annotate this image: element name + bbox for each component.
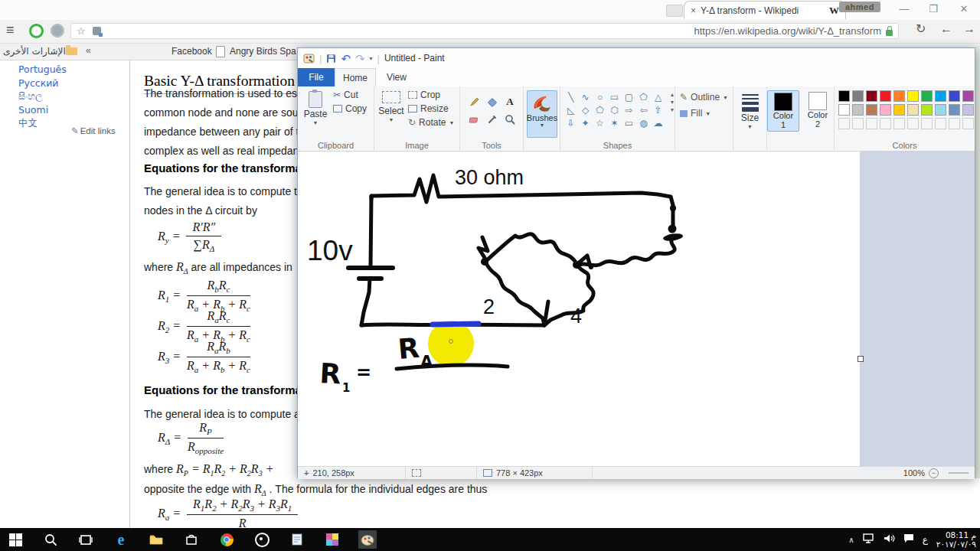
line-shape-icon[interactable]: ╲ — [564, 90, 578, 103]
menu-icon[interactable]: ≡ — [6, 23, 15, 37]
color-swatch[interactable] — [921, 104, 933, 116]
resize-button[interactable]: Resize — [408, 103, 454, 114]
rounded-rectangle-shape-icon[interactable]: ▢ — [622, 90, 636, 103]
color-picker-tool-icon[interactable] — [485, 112, 500, 127]
back-icon[interactable]: ← — [940, 23, 952, 35]
language-link[interactable]: 中文 — [18, 116, 67, 130]
oval-callout-shape-icon[interactable]: ◍ — [636, 116, 651, 129]
empty-color-slot[interactable] — [852, 118, 864, 129]
polygon-shape-icon[interactable]: ⬠ — [636, 90, 651, 103]
zoom-out-icon[interactable]: − — [929, 468, 939, 478]
address-bar[interactable]: ☆ https://en.wikipedia.org/wiki/Y-Δ_tran… — [70, 23, 899, 39]
color-swatch[interactable] — [852, 90, 864, 102]
empty-color-slot[interactable] — [866, 118, 877, 129]
new-tab-button[interactable] — [666, 5, 683, 17]
color-swatch[interactable] — [949, 90, 960, 102]
bookmarks-overflow-chevron[interactable]: « — [86, 45, 91, 56]
right-arrow-shape-icon[interactable]: ⇨ — [622, 103, 636, 116]
rotate-button[interactable]: ↻Rotate▼ — [408, 117, 454, 128]
close-button[interactable]: ✕ — [954, 3, 974, 15]
tab-file[interactable]: File — [298, 68, 335, 86]
color-swatch[interactable] — [949, 104, 960, 116]
undo-icon[interactable]: ↶ — [341, 53, 351, 64]
save-icon[interactable] — [326, 54, 336, 64]
redo-icon[interactable]: ↷ — [355, 53, 365, 64]
paint-taskbar-icon[interactable] — [358, 530, 377, 549]
bookmark-facebook[interactable]: Facebook — [172, 46, 212, 57]
taskbar-clock[interactable]: 08:11 م ٢٠١٧/٠٧/٠٩ — [936, 530, 976, 549]
cut-button[interactable]: ✂Cut — [333, 90, 367, 100]
color-swatch[interactable] — [907, 90, 919, 102]
up-arrow-shape-icon[interactable]: ⇧ — [651, 103, 665, 116]
tab-view[interactable]: View — [376, 68, 417, 86]
color-swatch[interactable] — [852, 104, 864, 116]
canvas-resize-handle[interactable] — [858, 356, 864, 362]
empty-color-slot[interactable] — [935, 118, 946, 129]
six-point-star-shape-icon[interactable]: ✶ — [607, 116, 622, 129]
pentagon-shape-icon[interactable]: ⬠ — [593, 103, 607, 116]
empty-color-slot[interactable] — [949, 118, 960, 129]
color-swatch[interactable] — [893, 90, 905, 102]
eraser-tool-icon[interactable] — [467, 112, 482, 127]
five-point-star-shape-icon[interactable]: ☆ — [593, 116, 607, 129]
pencil-tool-icon[interactable] — [467, 94, 482, 109]
empty-color-slot[interactable] — [907, 118, 919, 129]
outline-button[interactable]: ✎Outline▼ — [680, 92, 733, 103]
empty-color-slot[interactable] — [893, 118, 905, 129]
crop-button[interactable]: Crop — [408, 90, 454, 100]
color-swatch[interactable] — [935, 90, 946, 102]
task-view-button[interactable] — [77, 530, 95, 549]
curve-shape-icon[interactable]: ∿ — [578, 90, 593, 103]
paste-button[interactable]: Paste▼ — [298, 86, 333, 126]
empty-color-slot[interactable] — [880, 118, 891, 129]
paint-canvas[interactable]: 30 ohm 10v 2 4 R A R 1 = — [298, 152, 860, 466]
volume-icon[interactable] — [884, 533, 895, 546]
color-swatch[interactable] — [838, 104, 850, 116]
extension-icon[interactable] — [29, 24, 44, 38]
page-scrollbar[interactable] — [975, 46, 980, 478]
color-swatch[interactable] — [880, 104, 891, 116]
size-button[interactable]: Size▼ — [733, 86, 766, 129]
url-text[interactable]: https://en.wikipedia.org/wiki/Y-Δ_transf… — [101, 25, 881, 37]
reload-icon[interactable]: ↻ — [916, 23, 926, 35]
color-swatch[interactable] — [935, 104, 946, 116]
zoom-slider[interactable] — [949, 472, 969, 474]
browser-tab[interactable]: × Y-Δ transform - Wikipedi W — [684, 1, 846, 19]
color-swatch[interactable] — [893, 104, 905, 116]
empty-color-slot[interactable] — [962, 118, 974, 129]
chrome-icon[interactable] — [217, 530, 236, 549]
paint-titlebar[interactable]: | ↶ ↷ ▾ | Untitled - Paint — [298, 48, 975, 68]
language-link[interactable]: Русский — [18, 77, 67, 90]
keyboard-language-indicator[interactable]: ع — [923, 534, 928, 545]
hexagon-shape-icon[interactable]: ⬡ — [607, 103, 622, 116]
edge-icon[interactable]: e — [112, 530, 130, 549]
bookmark-angry-birds[interactable]: Angry Birds Spa — [230, 46, 296, 57]
zoom-control[interactable]: 100% − — [897, 467, 975, 479]
fill-button[interactable]: Fill▼ — [680, 108, 733, 119]
tab-close-icon[interactable]: × — [691, 6, 696, 15]
language-link[interactable]: Português — [18, 63, 67, 77]
network-icon[interactable] — [863, 533, 875, 546]
color-swatch[interactable] — [880, 90, 891, 102]
game-icon[interactable] — [323, 530, 341, 549]
maximize-button[interactable]: ❐ — [923, 3, 943, 15]
search-icon[interactable] — [41, 530, 60, 549]
down-arrow-shape-icon[interactable]: ⇩ — [564, 116, 578, 129]
right-triangle-shape-icon[interactable]: ◺ — [564, 103, 578, 116]
tray-chevron-icon[interactable]: ∧ — [848, 536, 854, 544]
empty-color-slot[interactable] — [921, 118, 933, 129]
rectangle-shape-icon[interactable]: ▭ — [607, 90, 622, 103]
magnifier-tool-icon[interactable] — [502, 112, 518, 127]
edit-links[interactable]: ✎Edit links — [71, 126, 116, 136]
text-tool-icon[interactable]: A — [502, 94, 518, 109]
language-link[interactable]: Suomi — [18, 103, 67, 117]
minimize-button[interactable]: — — [894, 3, 914, 15]
copy-button[interactable]: Copy — [333, 103, 367, 114]
forward-icon[interactable]: → — [963, 23, 975, 35]
notepad-icon[interactable] — [288, 530, 306, 549]
color2-button[interactable]: Color 2 — [802, 90, 833, 130]
globe-icon[interactable] — [51, 24, 64, 37]
color-swatch[interactable] — [921, 90, 933, 102]
other-bookmarks-label[interactable]: الإشارات الأخرى — [3, 46, 66, 57]
quick-access-caret-icon[interactable]: ▾ — [370, 55, 373, 62]
